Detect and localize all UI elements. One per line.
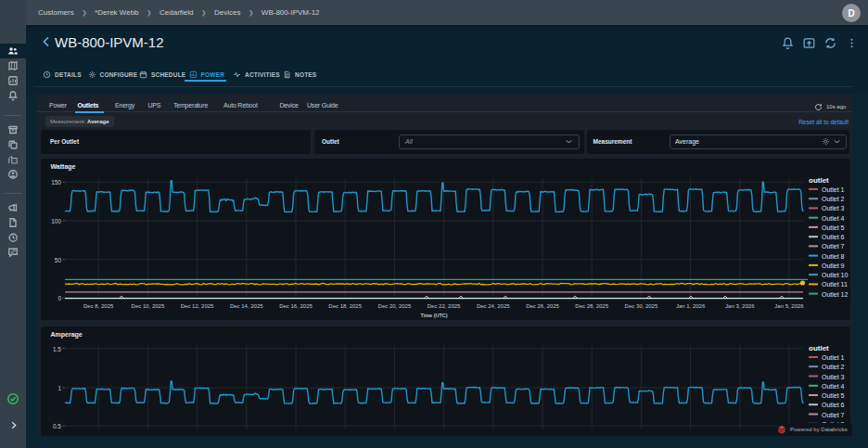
svg-text:Outlet 11: Outlet 11 — [822, 281, 848, 288]
svg-text:Outlet 10: Outlet 10 — [822, 272, 849, 278]
svg-text:1.5: 1.5 — [53, 346, 61, 352]
svg-text:Dec 24, 2025: Dec 24, 2025 — [477, 303, 510, 309]
svg-text:50: 50 — [55, 256, 62, 262]
svg-text:Dec 20, 2025: Dec 20, 2025 — [378, 303, 412, 309]
svg-text:0: 0 — [57, 295, 61, 301]
svg-text:Outlet 5: Outlet 5 — [822, 224, 845, 230]
svg-text:Outlet 5: Outlet 5 — [822, 392, 845, 399]
svg-text:Outlet 1: Outlet 1 — [822, 186, 845, 192]
svg-text:0.5: 0.5 — [53, 423, 61, 429]
svg-text:100: 100 — [51, 218, 61, 224]
svg-text:Outlet 7: Outlet 7 — [822, 412, 845, 418]
svg-text:Outlet 6: Outlet 6 — [822, 402, 845, 408]
svg-text:Dec 30, 2025: Dec 30, 2025 — [625, 303, 658, 309]
svg-text:Jan 1, 2026: Jan 1, 2026 — [676, 303, 706, 309]
svg-text:Dec 14, 2025: Dec 14, 2025 — [230, 303, 263, 309]
svg-text:Outlet 4: Outlet 4 — [822, 214, 845, 221]
svg-text:Outlet 9: Outlet 9 — [822, 262, 845, 268]
svg-text:Jan 3, 2026: Jan 3, 2026 — [725, 303, 755, 309]
svg-text:1: 1 — [57, 385, 61, 391]
svg-text:Outlet 2: Outlet 2 — [822, 196, 845, 202]
svg-text:Outlet 12: Outlet 12 — [822, 290, 849, 297]
svg-text:Dec 22, 2025: Dec 22, 2025 — [428, 303, 461, 309]
svg-text:Dec 28, 2025: Dec 28, 2025 — [575, 303, 608, 309]
svg-text:Outlet 1: Outlet 1 — [822, 354, 845, 361]
svg-text:Dec 18, 2025: Dec 18, 2025 — [328, 303, 362, 309]
svg-text:Dec 8, 2025: Dec 8, 2025 — [83, 303, 114, 309]
svg-text:Dec 12, 2025: Dec 12, 2025 — [181, 303, 214, 309]
svg-text:Outlet 3: Outlet 3 — [822, 374, 845, 380]
svg-text:Outlet 2: Outlet 2 — [822, 364, 845, 370]
svg-text:Dec 10, 2025: Dec 10, 2025 — [132, 303, 165, 309]
svg-text:Outlet 7: Outlet 7 — [822, 243, 845, 250]
svg-text:150: 150 — [51, 179, 61, 186]
svg-text:Outlet 3: Outlet 3 — [822, 205, 845, 211]
svg-text:outlet: outlet — [809, 175, 829, 184]
svg-text:Outlet 4: Outlet 4 — [822, 383, 845, 390]
svg-text:outlet: outlet — [809, 344, 829, 352]
svg-text:Jan 5, 2026: Jan 5, 2026 — [774, 303, 804, 309]
svg-text:Dec 16, 2025: Dec 16, 2025 — [279, 303, 313, 309]
svg-text:Outlet 6: Outlet 6 — [822, 234, 845, 240]
svg-text:Outlet 8: Outlet 8 — [822, 252, 845, 259]
svg-text:Time (UTC): Time (UTC) — [420, 313, 447, 318]
svg-text:Dec 26, 2025: Dec 26, 2025 — [526, 303, 559, 309]
